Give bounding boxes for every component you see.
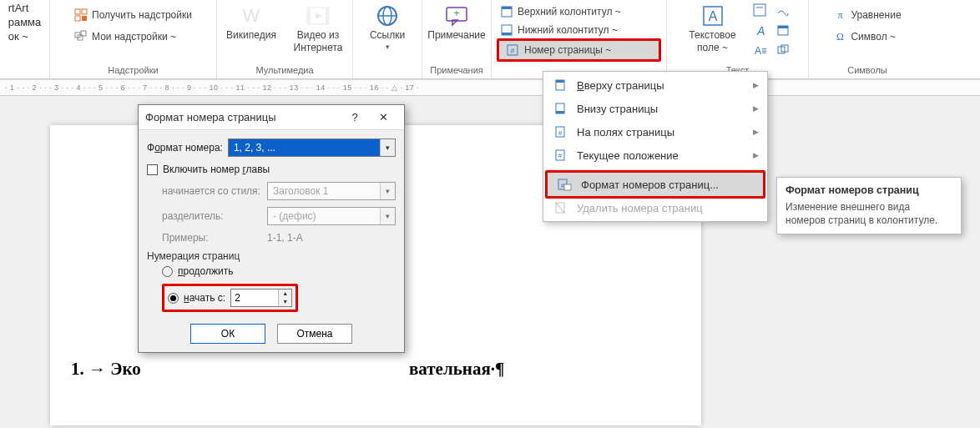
numbering-title: Нумерация страниц [147, 250, 396, 262]
chevron-down-icon[interactable]: ▾ [380, 139, 395, 156]
menu-margins-label: На полях страницы [577, 126, 745, 138]
ribbon: rtArt рамма ок ~ Получить надстройки Мои… [0, 0, 980, 79]
separator-combo: - (дефис) ▾ [267, 207, 396, 225]
date-time-button[interactable] [774, 22, 792, 38]
menu-bottom-of-page[interactable]: Внизу страницы ▶ [543, 97, 767, 120]
svg-text:W: W [243, 7, 260, 25]
spin-down[interactable]: ▼ [279, 298, 291, 306]
wordart-gallery-button[interactable]: A≡ [750, 42, 769, 58]
svg-text:A: A [756, 24, 765, 37]
menu-format-page-numbers[interactable]: # Формат номеров страниц... [548, 173, 763, 196]
page-number-highlight: # Номер страницы ~ [497, 38, 661, 62]
page-number-label: Номер страницы ~ [524, 44, 611, 56]
continue-label: продолжить [178, 265, 233, 277]
dropcap-button[interactable]: A [750, 22, 769, 38]
header-button[interactable]: Верхний колонтитул ~ [497, 3, 661, 20]
svg-rect-30 [778, 26, 788, 28]
dialog-titlebar[interactable]: Формат номера страницы ? ✕ [139, 105, 404, 130]
symbols-group-label: Символы [847, 65, 887, 78]
format-icon: # [556, 177, 573, 192]
svg-rect-10 [326, 8, 329, 24]
remove-icon [552, 200, 568, 215]
comments-group-label: Примечания [430, 65, 483, 78]
svg-text:#: # [510, 47, 514, 55]
object-button[interactable] [774, 42, 792, 58]
svg-text:+: + [453, 8, 459, 19]
starts-style-value: Заголовок 1 [268, 185, 380, 197]
textbox-l2: поле ~ [697, 43, 728, 53]
signature-line-button[interactable] [774, 2, 792, 18]
svg-marker-11 [316, 13, 322, 19]
spin-up[interactable]: ▲ [279, 290, 291, 298]
cancel-button[interactable]: Отмена [277, 324, 352, 344]
get-addins-label: Получить надстройки [92, 9, 192, 21]
starts-style-combo: Заголовок 1 ▾ [267, 182, 396, 200]
include-chapter-label: Включить номер главы [163, 164, 270, 175]
wikipedia-icon: W [239, 3, 264, 28]
footer-button[interactable]: Нижний колонтитул ~ [497, 22, 661, 38]
svg-rect-1 [82, 9, 87, 14]
wikipedia-label: Википедия [226, 30, 276, 41]
wordart-button[interactable] [750, 2, 769, 18]
online-video-button[interactable]: Видео из Интернета [289, 2, 347, 53]
footer-icon [500, 23, 513, 37]
submenu-arrow-icon: ▶ [753, 128, 759, 136]
menu-page-margins[interactable]: # На полях страницы ▶ [543, 120, 767, 144]
include-chapter-checkbox[interactable] [147, 164, 158, 175]
group-text: A Текстовое поле ~ A A≡ Текст [667, 0, 809, 78]
group-wiki-media: W Википедия Видео из Интернета Мультимед… [217, 0, 353, 78]
dialog-title: Формат номера страницы [145, 111, 276, 123]
textbox-icon: A [700, 3, 725, 28]
partial-l3: ок ~ [8, 30, 28, 43]
page-number-format-dialog: Формат номера страницы ? ✕ Формат номера… [138, 104, 405, 353]
help-button[interactable]: ? [341, 111, 369, 123]
textbox-button[interactable]: A Текстовое поле ~ [684, 2, 742, 53]
group-links: Ссылки ▾ [353, 0, 422, 78]
group-header-footer: Верхний колонтитул ~ Нижний колонтитул ~… [492, 0, 667, 78]
page-number-button[interactable]: # Номер страницы ~ [499, 41, 659, 59]
svg-rect-2 [75, 16, 80, 21]
ok-button[interactable]: ОК [190, 324, 265, 344]
group-symbols: π Уравнение Ω Символ ~ Символы [809, 0, 926, 78]
separator-value: - (дефис) [268, 210, 380, 222]
wikipedia-button[interactable]: W Википедия [222, 2, 280, 41]
close-button[interactable]: ✕ [369, 111, 397, 123]
chevron-down-icon: ▾ [380, 208, 395, 224]
document-text-left: 1. → Эко [71, 359, 141, 380]
comment-button[interactable]: + Примечание [427, 2, 486, 41]
continue-radio[interactable] [162, 266, 173, 277]
omega-icon: Ω [833, 30, 846, 43]
svg-rect-21 [502, 33, 512, 35]
footer-label: Нижний колонтитул ~ [518, 24, 618, 36]
menu-top-of-page[interactable]: Вверху страницы ▶ [543, 73, 767, 97]
symbol-button[interactable]: Ω Символ ~ [830, 28, 899, 45]
tooltip-body: Изменение внешнего вида номеров страниц … [786, 201, 952, 227]
format-label: Формат номера: [147, 142, 223, 154]
group-comments: + Примечание Примечания [422, 0, 492, 78]
menu-current-position[interactable]: # Текущее положение ▶ [543, 144, 767, 167]
menu-current-label: Текущее положение [577, 149, 745, 162]
chevron-down-icon: ▾ [386, 43, 390, 51]
get-addins-button[interactable]: Получить надстройки [71, 7, 195, 23]
start-at-input[interactable] [231, 292, 278, 304]
menu-remove-label: Удалить номера страниц [577, 202, 759, 214]
page-margins-icon: # [552, 124, 568, 139]
page-bottom-icon [552, 101, 568, 116]
links-button[interactable]: Ссылки ▾ [358, 2, 417, 51]
horizontal-ruler[interactable]: · 1 · · · 2 · · · 3 · · · 4 · · · 5 · · … [0, 79, 980, 96]
menu-bottom-label: Внизу страницы [577, 103, 745, 115]
start-at-radio[interactable] [168, 293, 179, 304]
start-at-spinner[interactable]: ▲ ▼ [230, 289, 292, 307]
svg-rect-44 [564, 184, 571, 190]
examples-label: Примеры: [162, 232, 262, 244]
equation-button[interactable]: π Уравнение [830, 7, 904, 23]
menu-top-label: Вверху страницы [577, 79, 745, 92]
svg-rect-35 [556, 80, 564, 83]
number-format-combo[interactable]: 1, 2, 3, ... ▾ [228, 138, 396, 157]
svg-text:#: # [558, 152, 563, 159]
my-addins-button[interactable]: Мои надстройки ~ [71, 28, 179, 45]
links-label: Ссылки [370, 30, 405, 41]
svg-rect-0 [75, 9, 80, 14]
comment-label: Примечание [427, 30, 485, 41]
link-icon [375, 3, 400, 28]
